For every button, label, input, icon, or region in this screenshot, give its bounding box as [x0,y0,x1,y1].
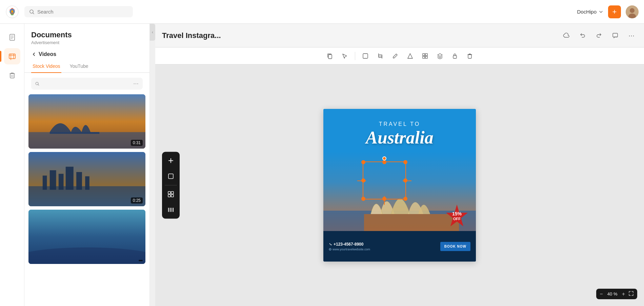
design-canvas[interactable]: TRAVEL TO Australia [323,109,476,262]
search-more-btn[interactable]: ⋯ [133,80,139,87]
svg-rect-47 [168,195,170,197]
globe-icon [329,248,331,251]
svg-rect-31 [613,33,618,37]
avatar[interactable] [626,5,639,18]
comment-btn[interactable] [609,30,621,41]
undo-icon [580,33,586,39]
svg-rect-10 [9,54,15,59]
sidebar-item-trash[interactable] [4,67,20,83]
sidebar-item-documents[interactable] [4,29,20,45]
book-now-btn[interactable]: BOOK NOW [440,242,470,251]
add-button[interactable]: + [608,5,621,18]
svg-rect-28 [85,176,89,190]
undo-btn[interactable] [577,30,588,41]
video-thumb-1[interactable]: 0:31 [28,94,145,149]
copy-tool-btn[interactable] [324,50,336,62]
svg-rect-46 [171,192,174,194]
svg-line-2 [33,13,34,14]
more-options-btn[interactable]: ⋯ [626,30,637,41]
tab-stock-videos[interactable]: Stock Videos [31,61,61,73]
discount-percent: 15% [452,211,462,216]
svg-rect-51 [170,208,171,212]
rotation-handle[interactable] [382,156,386,160]
frame-icon [362,53,368,59]
delete-tool-btn[interactable] [464,50,476,62]
lock-icon [452,53,458,59]
panel-title: Documents [31,31,143,39]
discount-badge: 15% OFF [445,204,469,228]
lock-tool-btn[interactable] [449,50,461,62]
canvas-topbar-actions: ⋯ [561,30,637,41]
cloud-save-btn[interactable] [561,30,572,41]
redo-btn[interactable] [593,30,605,41]
design-australia-text: Australia [323,128,476,148]
layers-tool-btn[interactable] [434,50,446,62]
left-panel: Documents Advertisement Videos Stock Vid… [24,24,150,306]
back-label: Videos [39,51,56,57]
expand-element-btn[interactable] [163,169,178,184]
svg-point-30 [28,247,145,264]
grid-btn[interactable] [163,187,178,202]
svg-rect-37 [425,54,427,56]
video-search-input[interactable]: australia [42,81,130,87]
svg-rect-41 [468,55,471,58]
zoom-expand-btn[interactable] [628,291,634,297]
sidebar-item-videos[interactable] [4,48,20,64]
topbar: Search DocHipo + [0,0,644,24]
zoom-value: 40 % [606,291,619,297]
app-logo[interactable] [5,5,19,19]
panel-collapse-handle[interactable]: ‹ [150,24,155,41]
zoom-in-btn[interactable]: + [622,291,625,297]
svg-rect-53 [173,208,174,212]
video-search-icon [35,81,39,86]
svg-rect-40 [453,56,457,58]
dochipo-label: DocHipo [577,9,597,15]
texture-icon [422,53,428,59]
svg-rect-44 [168,174,173,179]
video-duration-3 [139,260,143,261]
pen-tool-btn[interactable] [389,50,401,62]
delete-icon [467,53,473,59]
floating-divider [165,185,177,186]
document-title: Travel Instagra... [162,31,557,40]
svg-rect-34 [379,55,381,58]
svg-rect-14 [10,74,14,78]
toolbar-divider-1 [355,52,355,60]
dochipo-menu-btn[interactable]: DocHipo [577,9,603,15]
frame-tool-btn[interactable] [359,50,371,62]
svg-rect-25 [59,174,64,190]
svg-rect-23 [43,176,47,190]
svg-rect-26 [66,167,74,190]
zoom-out-btn[interactable]: − [600,291,603,297]
chevron-down-icon [599,9,603,14]
shape-icon [407,53,413,59]
plus-icon [167,157,174,164]
select-tool-btn[interactable] [339,50,351,62]
search-icon [29,9,35,15]
expand-icon [167,173,174,180]
video-search-bar: australia ⋯ [31,78,143,90]
left-floating-toolbar [162,152,180,219]
tab-youtube[interactable]: YouTube [68,61,89,73]
video-thumb-2[interactable]: 0:25 [28,152,145,206]
search-input[interactable]: Search [37,9,128,15]
panel-subtitle: Advertisement [31,40,143,45]
svg-rect-27 [76,172,82,190]
barcode-btn[interactable] [163,203,178,217]
add-element-btn[interactable] [163,153,178,168]
comment-icon [612,33,618,39]
back-arrow-icon [31,52,37,57]
video-thumb-3[interactable] [28,210,145,264]
svg-rect-24 [50,170,56,190]
grid-icon [167,191,174,198]
svg-rect-38 [423,56,425,58]
svg-rect-52 [172,208,172,212]
crop-tool-btn[interactable] [374,50,386,62]
shape-tool-btn[interactable] [404,50,416,62]
texture-tool-btn[interactable] [419,50,431,62]
canvas-container: TRAVEL TO Australia [155,64,644,306]
discount-label: OFF [453,217,461,221]
back-to-videos[interactable]: Videos [24,46,149,57]
canvas-topbar: Travel Instagra... [155,24,644,47]
zoom-controls: − 40 % + [596,289,637,299]
